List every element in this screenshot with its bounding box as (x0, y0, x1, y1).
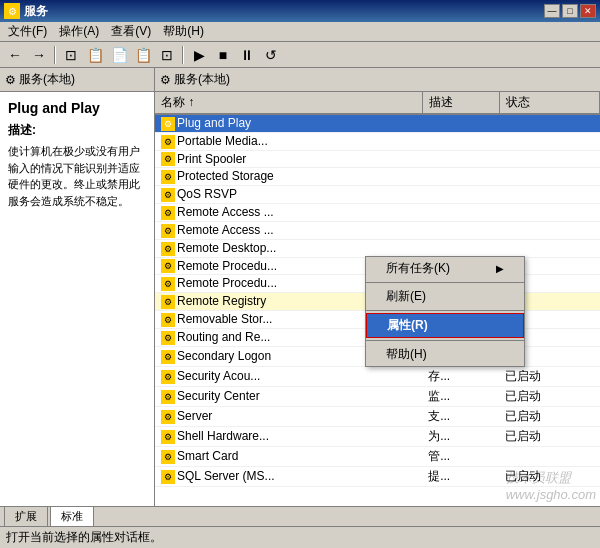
service-desc (422, 186, 499, 204)
app-icon: ⚙ (4, 3, 20, 19)
col-desc[interactable]: 描述 (422, 92, 499, 114)
table-row[interactable]: ⚙Smart Card管... (155, 446, 600, 466)
toolbar-btn-3[interactable]: 📄 (108, 45, 130, 65)
service-icon: ⚙ (161, 295, 175, 309)
toolbar-sep-1 (54, 46, 56, 64)
service-icon: ⚙ (161, 390, 175, 404)
ctx-help-label: 帮助(H) (386, 346, 427, 363)
title-bar-buttons: — □ ✕ (544, 4, 596, 18)
table-row[interactable]: ⚙Shell Hardware...为...已启动 (155, 426, 600, 446)
toolbar-btn-5[interactable]: ⊡ (156, 45, 178, 65)
service-status (499, 168, 599, 186)
service-name: ⚙Portable Media... (155, 132, 422, 150)
service-icon: ⚙ (161, 206, 175, 220)
sidebar-desc-text: 使计算机在极少或没有用户输入的情况下能识别并适应硬件的更改。终止或禁用此服务会造… (8, 143, 146, 209)
pause-button[interactable]: ⏸ (236, 45, 258, 65)
service-icon: ⚙ (161, 410, 175, 424)
col-name[interactable]: 名称 ↑ (155, 92, 422, 114)
service-desc: 管... (422, 446, 499, 466)
table-row[interactable]: ⚙Remote Access ... (155, 221, 600, 239)
service-name: ⚙Remote Access ... (155, 221, 422, 239)
ctx-sep-1 (366, 282, 524, 283)
menu-file[interactable]: 文件(F) (2, 21, 53, 42)
service-name: ⚙Remote Desktop... (155, 239, 422, 257)
ctx-sep-2 (366, 310, 524, 311)
table-row[interactable]: ⚙Security Acou...存...已启动 (155, 366, 600, 386)
service-name: ⚙Protected Storage (155, 168, 422, 186)
ctx-all-tasks-label: 所有任务(K) (386, 260, 450, 277)
table-row[interactable]: ⚙Remote Access ... (155, 204, 600, 222)
table-row[interactable]: ⚙QoS RSVP (155, 186, 600, 204)
sidebar-header: ⚙ 服务(本地) (0, 68, 154, 92)
menu-action[interactable]: 操作(A) (53, 21, 105, 42)
status-text: 打开当前选择的属性对话框。 (6, 529, 162, 546)
service-icon: ⚙ (161, 224, 175, 238)
content-header: ⚙ 服务(本地) (155, 68, 600, 92)
table-row[interactable]: ⚙Portable Media... (155, 132, 600, 150)
service-status: 已启动 (499, 466, 599, 486)
service-name: ⚙QoS RSVP (155, 186, 422, 204)
service-icon: ⚙ (161, 242, 175, 256)
service-icon: ⚙ (161, 135, 175, 149)
menu-bar: 文件(F) 操作(A) 查看(V) 帮助(H) (0, 22, 600, 42)
tab-extended[interactable]: 扩展 (4, 506, 48, 526)
service-status (499, 132, 599, 150)
service-status (499, 150, 599, 168)
table-row[interactable]: ⚙Server支...已启动 (155, 406, 600, 426)
toolbar-btn-4[interactable]: 📋 (132, 45, 154, 65)
close-button[interactable]: ✕ (580, 4, 596, 18)
service-name: ⚙Plug and Play (155, 114, 422, 132)
play-button[interactable]: ▶ (188, 45, 210, 65)
minimize-button[interactable]: — (544, 4, 560, 18)
forward-button[interactable]: → (28, 45, 50, 65)
content-area: ⚙ 服务(本地) 名称 ↑ 描述 状态 ⚙Plug and Play⚙Porta… (155, 68, 600, 506)
sidebar: ⚙ 服务(本地) Plug and Play 描述: 使计算机在极少或没有用户输… (0, 68, 155, 506)
context-menu: 所有任务(K) ▶ 刷新(E) 属性(R) 帮助(H) (365, 256, 525, 367)
ctx-sep-3 (366, 340, 524, 341)
table-row[interactable]: ⚙Remote Desktop... (155, 239, 600, 257)
col-status[interactable]: 状态 (499, 92, 599, 114)
ctx-all-tasks[interactable]: 所有任务(K) ▶ (366, 257, 524, 280)
table-row[interactable]: ⚙Protected Storage (155, 168, 600, 186)
menu-help[interactable]: 帮助(H) (157, 21, 210, 42)
back-button[interactable]: ← (4, 45, 26, 65)
main-area: ⚙ 服务(本地) Plug and Play 描述: 使计算机在极少或没有用户输… (0, 68, 600, 506)
service-status (499, 186, 599, 204)
restart-button[interactable]: ↺ (260, 45, 282, 65)
table-row[interactable]: ⚙Security Center监...已启动 (155, 386, 600, 406)
window-title: 服务 (24, 3, 48, 20)
service-icon: ⚙ (161, 331, 175, 345)
ctx-refresh[interactable]: 刷新(E) (366, 285, 524, 308)
service-desc: 提... (422, 466, 499, 486)
content-icon: ⚙ (160, 73, 171, 87)
service-icon: ⚙ (161, 470, 175, 484)
ctx-properties[interactable]: 属性(R) (366, 313, 524, 338)
ctx-help[interactable]: 帮助(H) (366, 343, 524, 366)
title-bar-left: ⚙ 服务 (4, 3, 48, 20)
sidebar-icon: ⚙ (5, 73, 16, 87)
stop-button[interactable]: ■ (212, 45, 234, 65)
service-icon: ⚙ (161, 350, 175, 364)
tab-standard[interactable]: 标准 (50, 506, 94, 526)
service-status: 已启动 (499, 386, 599, 406)
service-desc: 存... (422, 366, 499, 386)
service-desc: 支... (422, 406, 499, 426)
ctx-all-tasks-arrow: ▶ (496, 263, 504, 274)
service-icon: ⚙ (161, 430, 175, 444)
sidebar-desc-label: 描述: (8, 122, 146, 139)
table-row[interactable]: ⚙SQL Server (MS...提...已启动 (155, 466, 600, 486)
sidebar-service-title: Plug and Play (8, 100, 146, 116)
maximize-button[interactable]: □ (562, 4, 578, 18)
table-row[interactable]: ⚙Plug and Play (155, 114, 600, 132)
service-icon: ⚙ (161, 170, 175, 184)
sidebar-content: Plug and Play 描述: 使计算机在极少或没有用户输入的情况下能识别并… (0, 92, 154, 506)
table-row[interactable]: ⚙Print Spooler (155, 150, 600, 168)
toolbar-btn-2[interactable]: 📋 (84, 45, 106, 65)
service-icon: ⚙ (161, 188, 175, 202)
toolbar-btn-1[interactable]: ⊡ (60, 45, 82, 65)
service-icon: ⚙ (161, 450, 175, 464)
service-icon: ⚙ (161, 277, 175, 291)
service-icon: ⚙ (161, 117, 175, 131)
menu-view[interactable]: 查看(V) (105, 21, 157, 42)
service-icon: ⚙ (161, 370, 175, 384)
